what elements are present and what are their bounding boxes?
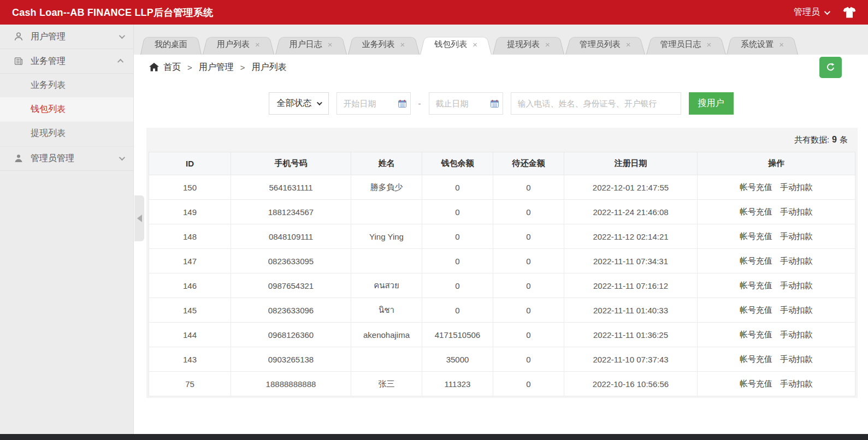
status-select[interactable]: 全部状态: [269, 92, 329, 115]
chevron-down-icon: [119, 154, 125, 160]
cell-id: 75: [149, 372, 231, 396]
admin-label: 管理员: [794, 7, 820, 18]
tshirt-icon[interactable]: [843, 7, 856, 19]
col-header-due: 待还金额: [493, 152, 564, 175]
filter-bar: 全部状态 - 搜用户: [134, 92, 868, 115]
cell-name: 勝多負少: [351, 175, 422, 200]
breadcrumb-separator: >: [187, 63, 192, 72]
close-icon[interactable]: ×: [473, 40, 477, 49]
cell-due: 0: [493, 298, 564, 323]
breadcrumb-home[interactable]: 首页: [163, 62, 181, 73]
cell-due: 0: [493, 372, 564, 396]
chevron-down-icon: [119, 33, 125, 39]
close-icon[interactable]: ×: [255, 40, 260, 49]
close-icon[interactable]: ×: [545, 40, 550, 49]
cell-id: 148: [149, 224, 231, 249]
sidebar-item-user-management[interactable]: 用户管理: [0, 25, 133, 49]
recharge-link[interactable]: 帐号充值: [740, 182, 772, 192]
topbar: Cash Loan--AB FINANCE LLP后台管理系统 管理员: [0, 0, 868, 25]
wallet-panel: 共有数据: 9 条 ID 手机号码 姓名 钱包余额 待还金额: [146, 128, 858, 398]
table-row: 1460987654321คนสวย002022-11-11 07:16:12帐…: [149, 273, 855, 298]
sidebar-item-wallet-list[interactable]: 钱包列表: [0, 98, 133, 122]
admin-dropdown[interactable]: 管理员: [794, 7, 829, 18]
deduct-link[interactable]: 手动扣款: [780, 207, 813, 216]
recharge-link[interactable]: 帐号充值: [740, 379, 772, 388]
sidebar-item-admin-management[interactable]: 管理员管理: [0, 146, 133, 171]
recharge-link[interactable]: 帐号充值: [740, 281, 772, 290]
app-title: Cash Loan--AB FINANCE LLP后台管理系统: [12, 6, 213, 19]
cell-balance: 0: [422, 200, 493, 224]
tab-business-list[interactable]: 业务列表 ×: [348, 34, 420, 55]
table-row: 1440968126360akenohajima417151050602022-…: [149, 323, 855, 347]
deduct-link[interactable]: 手动扣款: [780, 281, 813, 290]
close-icon[interactable]: ×: [626, 40, 631, 49]
tab-bar: 我的桌面 用户列表 × 用户日志 × 业务列表 × 钱包列表 ×: [134, 25, 868, 55]
tab-admin-log[interactable]: 管理员日志 ×: [646, 34, 726, 55]
wallet-table-body: 1505641631111勝多負少002022-12-01 21:47:55帐号…: [149, 175, 855, 396]
close-icon[interactable]: ×: [328, 40, 333, 49]
cell-balance: 0: [422, 175, 493, 200]
tab-label: 钱包列表: [434, 39, 467, 50]
recharge-link[interactable]: 帐号充值: [740, 305, 772, 314]
close-icon[interactable]: ×: [707, 40, 712, 49]
date-range-separator: -: [418, 99, 421, 108]
breadcrumb-separator: >: [240, 63, 245, 72]
sidebar-item-business-list[interactable]: 业务列表: [0, 74, 133, 98]
tab-label: 我的桌面: [155, 39, 187, 50]
cell-name: [351, 200, 422, 224]
table-row: 14309032651383500002022-11-10 07:37:43帐号…: [149, 347, 855, 372]
cell-balance: 0: [422, 249, 493, 273]
recharge-link[interactable]: 帐号充值: [740, 354, 772, 364]
body-row: 用户管理 业务管理 业务列表 钱包列表 提现列表: [0, 25, 868, 434]
cell-balance: 0: [422, 273, 493, 298]
sidebar-item-business-management[interactable]: 业务管理: [0, 49, 133, 74]
deduct-link[interactable]: 手动扣款: [780, 256, 813, 265]
admin-app: Cash Loan--AB FINANCE LLP后台管理系统 管理员 用户管理: [0, 0, 868, 440]
cell-balance: 0: [422, 298, 493, 323]
table-row: 1450823633096นิชา002022-11-11 01:40:33帐号…: [149, 298, 855, 323]
user-icon: [13, 32, 24, 41]
tab-label: 用户日志: [290, 39, 322, 50]
cell-due: 0: [493, 249, 564, 273]
tab-user-list[interactable]: 用户列表 ×: [203, 34, 274, 55]
tab-admin-list[interactable]: 管理员列表 ×: [565, 34, 645, 55]
breadcrumb-user-management[interactable]: 用户管理: [199, 62, 234, 73]
sidebar-collapse-handle[interactable]: [134, 195, 144, 241]
cell-phone: 0903265138: [231, 347, 351, 372]
deduct-link[interactable]: 手动扣款: [780, 354, 813, 364]
tab-my-desktop[interactable]: 我的桌面: [140, 34, 202, 55]
calendar-icon[interactable]: [491, 100, 499, 108]
table-row: 1470823633095002022-11-11 07:34:31帐号充值手动…: [149, 249, 855, 273]
deduct-link[interactable]: 手动扣款: [780, 379, 813, 388]
cell-phone: 1881234567: [231, 200, 351, 224]
tab-system-settings[interactable]: 系统设置 ×: [727, 34, 798, 55]
tab-withdraw-list[interactable]: 提现列表 ×: [493, 34, 564, 55]
tab-wallet-list[interactable]: 钱包列表 ×: [420, 34, 492, 55]
search-input[interactable]: [511, 92, 681, 115]
cell-id: 146: [149, 273, 231, 298]
close-icon[interactable]: ×: [400, 40, 405, 49]
deduct-link[interactable]: 手动扣款: [780, 305, 813, 314]
calendar-icon[interactable]: [398, 100, 406, 108]
col-header-phone: 手机号码: [231, 152, 351, 175]
deduct-link[interactable]: 手动扣款: [780, 330, 813, 339]
sidebar-item-label: 提现列表: [31, 128, 66, 139]
cell-actions: 帐号充值手动扣款: [698, 347, 855, 372]
refresh-button[interactable]: [819, 57, 842, 78]
recharge-link[interactable]: 帐号充值: [740, 256, 772, 265]
deduct-link[interactable]: 手动扣款: [780, 182, 813, 192]
recharge-link[interactable]: 帐号充值: [740, 231, 772, 241]
tab-label: 管理员日志: [660, 39, 701, 50]
cell-date: 2022-12-01 21:47:55: [564, 175, 698, 200]
recharge-link[interactable]: 帐号充值: [740, 207, 772, 216]
tab-user-log[interactable]: 用户日志 ×: [275, 34, 347, 55]
refresh-icon: [825, 62, 836, 73]
search-user-button[interactable]: 搜用户: [689, 92, 734, 115]
deduct-link[interactable]: 手动扣款: [780, 231, 813, 241]
recharge-link[interactable]: 帐号充值: [740, 330, 772, 339]
sidebar-item-withdraw-list[interactable]: 提现列表: [0, 122, 133, 146]
cell-date: 2022-11-11 01:36:25: [564, 323, 698, 347]
breadcrumb-user-list[interactable]: 用户列表: [252, 62, 287, 73]
col-header-actions: 操作: [698, 152, 855, 175]
close-icon[interactable]: ×: [779, 40, 784, 49]
